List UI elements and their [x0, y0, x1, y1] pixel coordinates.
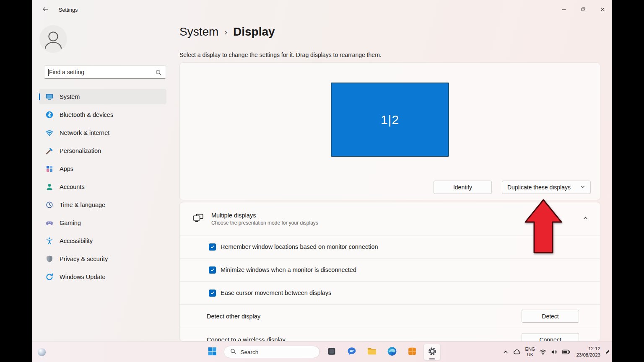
selected-indicator: [39, 93, 40, 100]
person-icon: [39, 25, 67, 53]
sidebar-item-personalization[interactable]: Personalization: [39, 143, 166, 158]
detect-button[interactable]: Detect: [522, 310, 579, 323]
onedrive-cloud-icon[interactable]: [513, 349, 521, 355]
sidebar-item-label: System: [60, 93, 80, 100]
multiple-displays-icon: [192, 213, 204, 225]
file-explorer-button[interactable]: [364, 344, 380, 360]
sidebar-item-bluetooth-devices[interactable]: Bluetooth & devices: [39, 107, 166, 122]
sidebar-item-gaming[interactable]: Gaming: [39, 215, 166, 230]
text-caret: [48, 69, 49, 76]
back-button[interactable]: [36, 3, 53, 17]
remember-window-locations-checkbox[interactable]: [209, 243, 216, 251]
titlebar: Settings: [32, 0, 612, 20]
sidebar-item-network-internet[interactable]: Network & internet: [39, 125, 166, 140]
clock-date[interactable]: 12:12 23/08/2023: [576, 346, 600, 358]
tray-time: 12:12: [576, 346, 600, 352]
language-line1: ENG: [525, 346, 535, 352]
taskbar-corner-icon[interactable]: [37, 347, 47, 357]
start-button[interactable]: [204, 344, 221, 360]
sidebar-item-privacy-security[interactable]: Privacy & security: [39, 251, 166, 266]
restore-icon: [580, 6, 586, 14]
store-app-button[interactable]: [404, 344, 421, 360]
page-title: Display: [233, 25, 275, 39]
sidebar-item-apps[interactable]: Apps: [39, 161, 166, 176]
close-icon: [600, 6, 605, 14]
sidebar-item-accessibility[interactable]: Accessibility: [39, 233, 166, 248]
breadcrumb: System › Display: [179, 25, 275, 39]
sidebar-item-label: Gaming: [60, 220, 81, 226]
minimize-button[interactable]: [554, 0, 574, 20]
section-title: Multiple displays: [211, 212, 571, 219]
tray-wifi-icon[interactable]: [539, 349, 547, 355]
tray-battery-icon[interactable]: [562, 349, 571, 354]
monitor-preview[interactable]: 1|2: [331, 83, 449, 157]
find-setting-input[interactable]: [44, 66, 166, 78]
update-refresh-icon: [45, 273, 54, 281]
settings-app-button[interactable]: [424, 344, 441, 360]
sidebar-item-label: Time & language: [60, 202, 105, 208]
checkbox-label: Ease cursor movement between displays: [221, 290, 331, 296]
system-icon: [45, 93, 54, 101]
paintbrush-icon: [45, 147, 54, 155]
restore-button[interactable]: [574, 0, 593, 20]
sidebar-item-windows-update[interactable]: Windows Update: [39, 269, 166, 284]
gear-icon: [427, 346, 437, 358]
language-indicator[interactable]: ENG UK: [525, 346, 535, 357]
sidebar-item-label: Apps: [60, 165, 73, 172]
tray-volume-icon[interactable]: [551, 349, 558, 355]
detect-other-display-row: Detect other display Detect: [180, 304, 600, 328]
ease-cursor-row: Ease cursor movement between displays: [180, 281, 600, 304]
sidebar-item-label: Personalization: [60, 147, 101, 154]
display-mode-dropdown[interactable]: Duplicate these displays: [502, 181, 591, 194]
chat-button[interactable]: [343, 344, 360, 360]
system-tray: ENG UK 12:12 23/08/2023: [503, 342, 610, 362]
checkbox-label: Minimize windows when a monitor is disco…: [221, 266, 356, 273]
taskbar: Search ENG: [32, 341, 612, 362]
wifi-icon: [45, 129, 54, 137]
language-line2: UK: [525, 352, 535, 357]
clock-icon: [45, 201, 54, 209]
edge-browser-button[interactable]: [384, 344, 400, 360]
chevron-up-icon: [583, 215, 588, 222]
connect-button[interactable]: Connect: [522, 333, 579, 341]
window-title: Settings: [59, 7, 78, 13]
accounts-person-icon: [45, 183, 54, 191]
sidebar-item-system[interactable]: System: [39, 89, 166, 104]
sidebar-item-label: Accounts: [60, 184, 85, 190]
chat-bubble-icon: [346, 346, 357, 358]
page-description: Select a display to change the settings …: [179, 52, 382, 58]
task-view-button[interactable]: [323, 344, 340, 360]
minimize-icon: [561, 6, 566, 14]
sidebar-nav: System Bluetooth & devices Network & int…: [39, 89, 166, 287]
task-view-icon: [326, 346, 337, 358]
display-arrangement-panel: 1|2 Identify Duplicate these displays: [179, 62, 600, 200]
sidebar-item-label: Network & internet: [60, 129, 109, 136]
breadcrumb-parent[interactable]: System: [179, 25, 218, 39]
apps-grid-icon: [45, 165, 54, 173]
settings-window: Settings System B: [32, 0, 612, 362]
sidebar-item-label: Bluetooth & devices: [60, 111, 113, 118]
tray-chevron-up-icon[interactable]: [503, 349, 509, 355]
shield-icon: [45, 255, 54, 263]
window-controls: [554, 0, 612, 20]
chevron-down-icon: [580, 184, 585, 191]
ease-cursor-checkbox[interactable]: [209, 290, 216, 297]
taskbar-search-box[interactable]: Search: [224, 346, 320, 358]
identify-button[interactable]: Identify: [434, 181, 492, 194]
sidebar-item-label: Privacy & security: [60, 256, 108, 262]
sidebar-item-accounts[interactable]: Accounts: [39, 179, 166, 194]
taskbar-search-label: Search: [241, 349, 259, 355]
edge-icon: [387, 346, 397, 358]
monitor-label: 1|2: [381, 113, 399, 127]
red-arrow-annotation: [524, 199, 563, 254]
minimize-windows-checkbox[interactable]: [209, 266, 216, 274]
close-button[interactable]: [593, 0, 612, 20]
pen-input-icon[interactable]: [605, 349, 610, 355]
sidebar-item-time-language[interactable]: Time & language: [39, 197, 166, 212]
user-avatar[interactable]: [39, 25, 67, 53]
accessibility-person-icon: [45, 237, 54, 245]
game-controller-icon: [45, 219, 54, 227]
taskbar-center: Search: [204, 342, 441, 362]
collapse-section-button[interactable]: [578, 212, 592, 226]
connect-wireless-display-row: Connect to a wireless display Connect: [180, 328, 600, 341]
